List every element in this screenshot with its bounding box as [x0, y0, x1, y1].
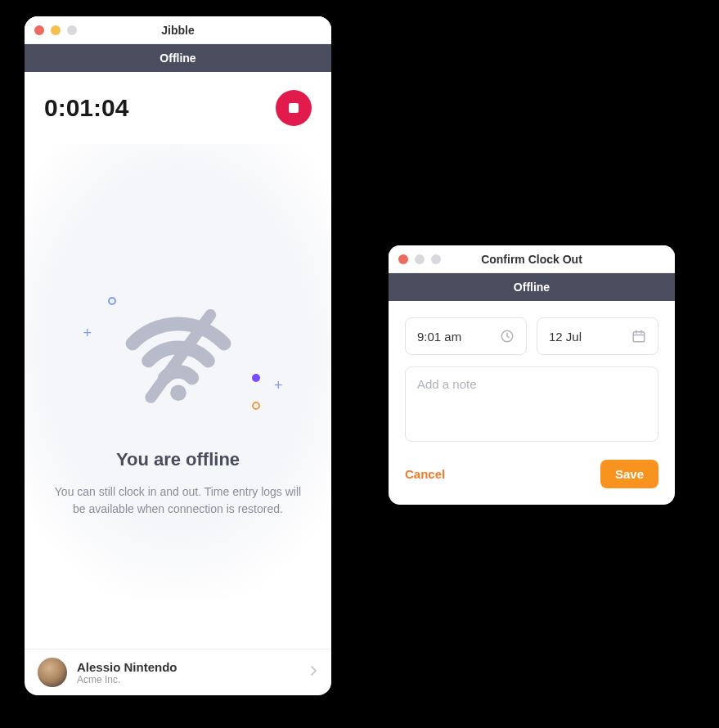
decor-circle-icon	[252, 402, 260, 410]
date-value: 12 Jul	[549, 330, 582, 344]
avatar	[38, 658, 67, 687]
date-field[interactable]: 12 Jul	[537, 317, 658, 355]
dialog-titlebar: Confirm Clock Out	[389, 245, 675, 273]
dialog-body: 9:01 am 12 Jul Cancel Save	[389, 301, 675, 505]
wifi-off-icon	[121, 292, 236, 407]
window-title: Jibble	[25, 24, 331, 37]
status-bar: Offline	[25, 44, 331, 72]
confirm-clock-out-dialog: Confirm Clock Out Offline 9:01 am 12 Jul…	[389, 245, 675, 505]
timer-value: 0:01:04	[44, 94, 128, 122]
clock-out-button[interactable]	[276, 90, 312, 126]
main-window: Jibble Offline 0:01:04 + +	[25, 16, 331, 695]
svg-point-0	[170, 384, 186, 401]
calendar-icon	[631, 329, 646, 344]
datetime-row: 9:01 am 12 Jul	[405, 317, 658, 355]
dialog-actions: Cancel Save	[405, 460, 658, 488]
save-button[interactable]: Save	[600, 460, 658, 488]
dialog-status-bar: Offline	[389, 273, 675, 301]
svg-rect-3	[633, 332, 645, 342]
titlebar: Jibble	[25, 16, 331, 44]
time-field[interactable]: 9:01 am	[405, 317, 527, 355]
offline-panel: + + You are offline You can still clock …	[25, 144, 331, 649]
clock-icon	[500, 329, 515, 344]
timer-row: 0:01:04	[25, 72, 331, 144]
decor-plus-icon: +	[274, 377, 283, 394]
note-input[interactable]	[405, 366, 658, 442]
cancel-button[interactable]: Cancel	[405, 467, 445, 481]
chevron-right-icon	[310, 665, 318, 680]
decor-circle-icon	[108, 297, 116, 305]
time-value: 9:01 am	[417, 330, 461, 344]
wifi-off-illustration: + +	[105, 276, 252, 423]
profile-text: Alessio Nintendo Acme Inc.	[77, 660, 300, 685]
profile-org: Acme Inc.	[77, 674, 300, 685]
decor-dot-icon	[252, 374, 260, 382]
offline-body: You can still clock in and out. Time ent…	[47, 483, 309, 518]
profile-row[interactable]: Alessio Nintendo Acme Inc.	[25, 649, 331, 695]
decor-plus-icon: +	[83, 325, 92, 342]
dialog-title: Confirm Clock Out	[389, 253, 675, 266]
profile-name: Alessio Nintendo	[77, 660, 300, 674]
offline-heading: You are offline	[116, 449, 240, 470]
